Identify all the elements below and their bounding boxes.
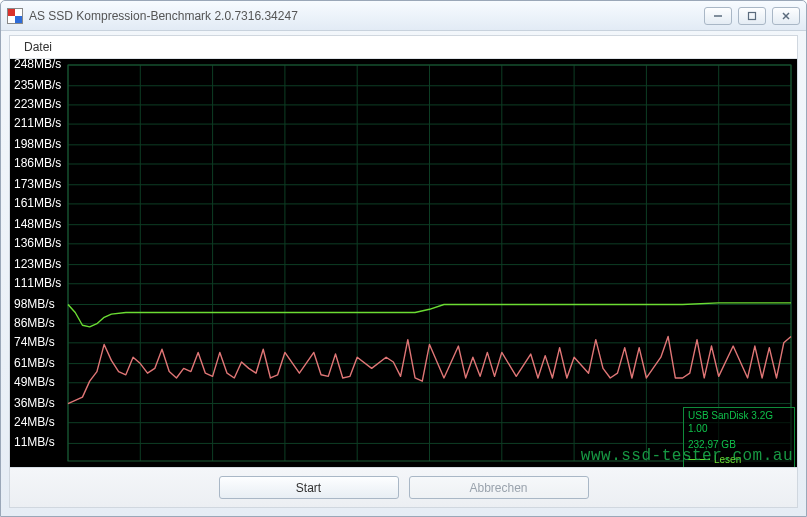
maximize-button[interactable] (738, 7, 766, 25)
chart-area: USB SanDisk 3.2G 1.00 232,97 GB Lesen Sc… (10, 59, 797, 467)
y-tick-label: 36MB/s (14, 396, 64, 410)
cancel-button: Abbrechen (409, 476, 589, 499)
x-tick-label: 100% (779, 465, 797, 467)
y-tick-label: 173MB/s (14, 177, 64, 191)
y-tick-label: 235MB/s (14, 78, 64, 92)
window-controls (704, 7, 800, 25)
y-tick-label: 111MB/s (14, 276, 64, 290)
y-tick-label: 161MB/s (14, 196, 64, 210)
app-window: AS SSD Kompression-Benchmark 2.0.7316.34… (0, 0, 807, 517)
y-tick-label: 98MB/s (14, 297, 64, 311)
x-tick-label: 40% (345, 465, 369, 467)
y-tick-label: 248MB/s (14, 59, 64, 71)
legend-firmware: 1.00 (688, 423, 790, 436)
y-tick-label: 61MB/s (14, 356, 64, 370)
x-tick-label: 90% (707, 465, 731, 467)
start-button[interactable]: Start (219, 476, 399, 499)
y-tick-label: 211MB/s (14, 116, 64, 130)
watermark: www.ssd-tester.com.au (581, 447, 793, 465)
titlebar: AS SSD Kompression-Benchmark 2.0.7316.34… (1, 1, 806, 31)
y-tick-label: 11MB/s (14, 435, 64, 449)
menu-file[interactable]: Datei (20, 38, 56, 56)
x-tick-label: 50% (418, 465, 442, 467)
window-title: AS SSD Kompression-Benchmark 2.0.7316.34… (29, 9, 298, 23)
y-tick-label: 148MB/s (14, 217, 64, 231)
legend-device: USB SanDisk 3.2G (688, 410, 790, 423)
chart-svg (10, 59, 797, 467)
x-tick-label: 70% (562, 465, 586, 467)
content-panel: Datei USB SanDisk 3.2G 1.00 232,97 GB Le… (9, 35, 798, 508)
minimize-button[interactable] (704, 7, 732, 25)
app-icon (7, 8, 23, 24)
button-bar: Start Abbrechen (10, 467, 797, 507)
x-tick-label: 30% (273, 465, 297, 467)
menubar: Datei (10, 36, 797, 59)
y-tick-label: 223MB/s (14, 97, 64, 111)
x-tick-label: 0% (56, 465, 73, 467)
x-tick-label: 10% (128, 465, 152, 467)
x-tick-label: 60% (490, 465, 514, 467)
y-tick-label: 123MB/s (14, 257, 64, 271)
y-tick-label: 136MB/s (14, 236, 64, 250)
y-tick-label: 198MB/s (14, 137, 64, 151)
svg-rect-1 (749, 12, 756, 19)
y-tick-label: 86MB/s (14, 316, 64, 330)
y-tick-label: 74MB/s (14, 335, 64, 349)
y-tick-label: 186MB/s (14, 156, 64, 170)
x-tick-label: 80% (634, 465, 658, 467)
close-button[interactable] (772, 7, 800, 25)
y-tick-label: 24MB/s (14, 415, 64, 429)
x-tick-label: 20% (201, 465, 225, 467)
y-tick-label: 49MB/s (14, 375, 64, 389)
